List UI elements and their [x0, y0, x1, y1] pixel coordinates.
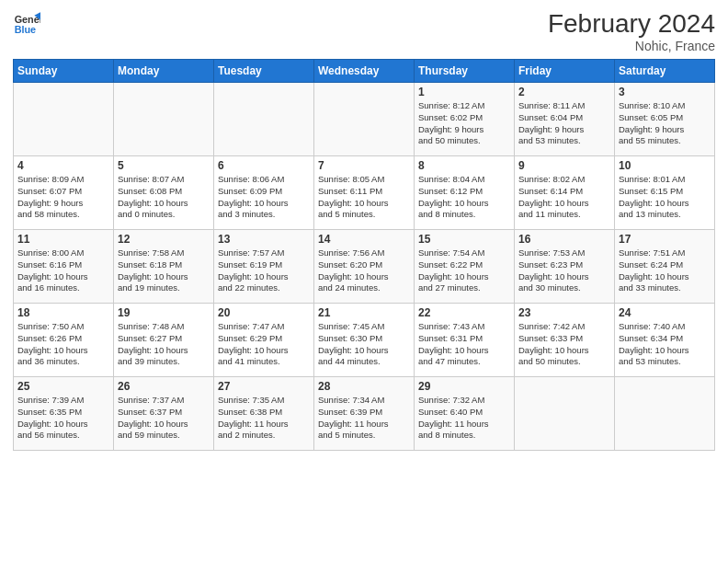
day-info: Sunrise: 7:48 AM Sunset: 6:27 PM Dayligh…	[118, 321, 210, 368]
day-info: Sunrise: 7:32 AM Sunset: 6:40 PM Dayligh…	[418, 395, 510, 442]
calendar-day-cell: 14Sunrise: 7:56 AM Sunset: 6:20 PM Dayli…	[314, 230, 415, 304]
day-number: 25	[17, 380, 109, 393]
calendar-day-cell: 1Sunrise: 8:12 AM Sunset: 6:02 PM Daylig…	[415, 83, 515, 156]
day-info: Sunrise: 7:37 AM Sunset: 6:37 PM Dayligh…	[118, 395, 210, 442]
month-title: February 2024	[548, 9, 715, 39]
calendar-day-cell: 7Sunrise: 8:05 AM Sunset: 6:11 PM Daylig…	[314, 156, 415, 230]
day-info: Sunrise: 8:10 AM Sunset: 6:05 PM Dayligh…	[619, 100, 711, 147]
calendar-day-cell: 4Sunrise: 8:09 AM Sunset: 6:07 PM Daylig…	[14, 156, 114, 230]
calendar-day-cell	[114, 83, 214, 156]
calendar-day-cell: 8Sunrise: 8:04 AM Sunset: 6:12 PM Daylig…	[415, 156, 515, 230]
day-info: Sunrise: 8:06 AM Sunset: 6:09 PM Dayligh…	[218, 174, 310, 221]
calendar-week-row: 1Sunrise: 8:12 AM Sunset: 6:02 PM Daylig…	[14, 83, 715, 156]
day-number: 15	[418, 233, 510, 246]
calendar-day-cell: 10Sunrise: 8:01 AM Sunset: 6:15 PM Dayli…	[615, 156, 715, 230]
svg-text:Blue: Blue	[15, 24, 36, 35]
day-number: 8	[418, 159, 510, 172]
day-of-week-header: Wednesday	[314, 60, 415, 83]
calendar-week-row: 18Sunrise: 7:50 AM Sunset: 6:26 PM Dayli…	[14, 304, 715, 377]
day-number: 2	[518, 86, 610, 98]
day-info: Sunrise: 7:51 AM Sunset: 6:24 PM Dayligh…	[619, 247, 711, 294]
calendar-body: 1Sunrise: 8:12 AM Sunset: 6:02 PM Daylig…	[14, 83, 715, 451]
day-number: 24	[619, 306, 711, 319]
day-number: 20	[218, 306, 310, 319]
day-info: Sunrise: 7:58 AM Sunset: 6:18 PM Dayligh…	[118, 247, 210, 294]
calendar-week-row: 11Sunrise: 8:00 AM Sunset: 6:16 PM Dayli…	[14, 230, 715, 304]
calendar-day-cell: 2Sunrise: 8:11 AM Sunset: 6:04 PM Daylig…	[515, 83, 615, 156]
day-info: Sunrise: 7:54 AM Sunset: 6:22 PM Dayligh…	[418, 247, 510, 294]
day-info: Sunrise: 7:50 AM Sunset: 6:26 PM Dayligh…	[17, 321, 109, 368]
calendar-day-cell: 20Sunrise: 7:47 AM Sunset: 6:29 PM Dayli…	[214, 304, 314, 377]
day-number: 6	[218, 159, 310, 172]
day-info: Sunrise: 8:05 AM Sunset: 6:11 PM Dayligh…	[318, 174, 410, 221]
calendar-day-cell: 17Sunrise: 7:51 AM Sunset: 6:24 PM Dayli…	[615, 230, 715, 304]
day-info: Sunrise: 7:40 AM Sunset: 6:34 PM Dayligh…	[619, 321, 711, 368]
day-info: Sunrise: 8:04 AM Sunset: 6:12 PM Dayligh…	[418, 174, 510, 221]
day-info: Sunrise: 7:56 AM Sunset: 6:20 PM Dayligh…	[318, 247, 410, 294]
day-info: Sunrise: 7:35 AM Sunset: 6:38 PM Dayligh…	[218, 395, 310, 442]
day-number: 29	[418, 380, 510, 393]
day-number: 16	[518, 233, 610, 246]
day-of-week-header: Saturday	[615, 60, 715, 83]
day-info: Sunrise: 8:01 AM Sunset: 6:15 PM Dayligh…	[619, 174, 711, 221]
day-number: 12	[118, 233, 210, 246]
day-info: Sunrise: 8:09 AM Sunset: 6:07 PM Dayligh…	[17, 174, 109, 221]
day-number: 22	[418, 306, 510, 319]
day-info: Sunrise: 7:43 AM Sunset: 6:31 PM Dayligh…	[418, 321, 510, 368]
day-number: 1	[418, 86, 510, 98]
day-number: 19	[118, 306, 210, 319]
day-number: 3	[619, 86, 711, 98]
calendar-day-cell: 21Sunrise: 7:45 AM Sunset: 6:30 PM Dayli…	[314, 304, 415, 377]
day-info: Sunrise: 7:57 AM Sunset: 6:19 PM Dayligh…	[218, 247, 310, 294]
day-number: 14	[318, 233, 410, 246]
day-info: Sunrise: 7:45 AM Sunset: 6:30 PM Dayligh…	[318, 321, 410, 368]
logo: General Blue	[13, 9, 40, 37]
calendar-day-cell: 25Sunrise: 7:39 AM Sunset: 6:35 PM Dayli…	[14, 377, 114, 451]
day-info: Sunrise: 7:47 AM Sunset: 6:29 PM Dayligh…	[218, 321, 310, 368]
day-info: Sunrise: 7:39 AM Sunset: 6:35 PM Dayligh…	[17, 395, 109, 442]
day-of-week-header: Tuesday	[214, 60, 314, 83]
calendar-day-cell	[515, 377, 615, 451]
calendar-day-cell: 12Sunrise: 7:58 AM Sunset: 6:18 PM Dayli…	[114, 230, 214, 304]
day-info: Sunrise: 7:34 AM Sunset: 6:39 PM Dayligh…	[318, 395, 410, 442]
calendar-day-cell	[615, 377, 715, 451]
calendar-day-cell: 23Sunrise: 7:42 AM Sunset: 6:33 PM Dayli…	[515, 304, 615, 377]
calendar-header-row: SundayMondayTuesdayWednesdayThursdayFrid…	[14, 60, 715, 83]
day-number: 17	[619, 233, 711, 246]
day-of-week-header: Sunday	[14, 60, 114, 83]
day-number: 5	[118, 159, 210, 172]
day-number: 27	[218, 380, 310, 393]
day-info: Sunrise: 7:42 AM Sunset: 6:33 PM Dayligh…	[518, 321, 610, 368]
day-info: Sunrise: 8:02 AM Sunset: 6:14 PM Dayligh…	[518, 174, 610, 221]
calendar-day-cell: 9Sunrise: 8:02 AM Sunset: 6:14 PM Daylig…	[515, 156, 615, 230]
calendar-week-row: 25Sunrise: 7:39 AM Sunset: 6:35 PM Dayli…	[14, 377, 715, 451]
title-block: February 2024 Nohic, France	[548, 9, 715, 53]
logo-icon: General Blue	[13, 9, 40, 37]
calendar-day-cell: 15Sunrise: 7:54 AM Sunset: 6:22 PM Dayli…	[415, 230, 515, 304]
day-info: Sunrise: 8:07 AM Sunset: 6:08 PM Dayligh…	[118, 174, 210, 221]
day-number: 23	[518, 306, 610, 319]
calendar-day-cell: 24Sunrise: 7:40 AM Sunset: 6:34 PM Dayli…	[615, 304, 715, 377]
day-number: 9	[518, 159, 610, 172]
day-number: 18	[17, 306, 109, 319]
calendar-day-cell	[14, 83, 114, 156]
day-info: Sunrise: 7:53 AM Sunset: 6:23 PM Dayligh…	[518, 247, 610, 294]
calendar-day-cell: 27Sunrise: 7:35 AM Sunset: 6:38 PM Dayli…	[214, 377, 314, 451]
calendar-day-cell: 26Sunrise: 7:37 AM Sunset: 6:37 PM Dayli…	[114, 377, 214, 451]
calendar-day-cell: 22Sunrise: 7:43 AM Sunset: 6:31 PM Dayli…	[415, 304, 515, 377]
calendar-day-cell: 11Sunrise: 8:00 AM Sunset: 6:16 PM Dayli…	[14, 230, 114, 304]
calendar-day-cell: 19Sunrise: 7:48 AM Sunset: 6:27 PM Dayli…	[114, 304, 214, 377]
calendar-day-cell: 18Sunrise: 7:50 AM Sunset: 6:26 PM Dayli…	[14, 304, 114, 377]
calendar-day-cell: 6Sunrise: 8:06 AM Sunset: 6:09 PM Daylig…	[214, 156, 314, 230]
day-number: 28	[318, 380, 410, 393]
day-number: 26	[118, 380, 210, 393]
day-info: Sunrise: 8:00 AM Sunset: 6:16 PM Dayligh…	[17, 247, 109, 294]
calendar-day-cell: 3Sunrise: 8:10 AM Sunset: 6:05 PM Daylig…	[615, 83, 715, 156]
calendar-day-cell: 13Sunrise: 7:57 AM Sunset: 6:19 PM Dayli…	[214, 230, 314, 304]
calendar-day-cell: 5Sunrise: 8:07 AM Sunset: 6:08 PM Daylig…	[114, 156, 214, 230]
calendar-day-cell	[214, 83, 314, 156]
page: General Blue February 2024 Nohic, France…	[0, 0, 728, 563]
day-info: Sunrise: 8:11 AM Sunset: 6:04 PM Dayligh…	[518, 100, 610, 147]
day-of-week-header: Friday	[515, 60, 615, 83]
day-info: Sunrise: 8:12 AM Sunset: 6:02 PM Dayligh…	[418, 100, 510, 147]
